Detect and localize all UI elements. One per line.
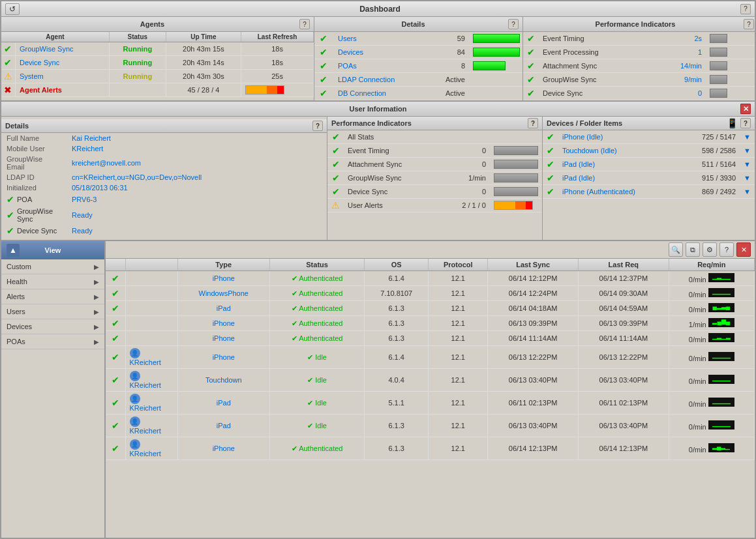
agent-status: Running [109,70,166,83]
check-icon: ✔ [527,88,535,98]
check-icon: ✔ [332,132,340,142]
device-os: 7.10.8107 [365,286,429,301]
agent-name-alerts[interactable]: Agent Alerts [20,86,62,94]
field-value[interactable]: PRV6-3 [72,196,97,203]
device-counts: 511 / 5164 [678,158,740,171]
user-avatar: 👤 KReichert [125,437,177,460]
table-row: ✔ GroupWise Sync 1/min [327,171,542,185]
user-info-title: User Information [16,105,740,113]
field-value[interactable]: kreichert@novell.com [72,159,141,167]
close-button[interactable]: ✕ [736,242,751,257]
device-counts: 725 / 5147 [678,130,740,144]
field-value: cn=KReichert,ou=NGD,ou=Dev,o=Novell [72,173,202,181]
table-row: ✔ Device Sync 0 [523,87,755,100]
detail-label[interactable]: DB Connection [338,89,386,97]
title-help-button[interactable]: ? [740,4,751,14]
user-avatar [125,301,177,316]
agents-help-button[interactable]: ? [299,19,310,29]
sidebar-item-label: Custom [7,263,31,270]
top-panels: Agents ? Agent Status Up Time Last Refre… [1,17,755,102]
agent-name[interactable]: System [20,72,44,80]
refresh-button[interactable]: ↺ [5,3,20,15]
detail-label[interactable]: Users [338,35,357,42]
field-label: Initialized [1,182,67,193]
sidebar-item-devices[interactable]: Devices ▶ [1,319,104,334]
table-row: ⚠ User Alerts 2 / 1 / 0 [327,199,542,212]
agents-panel-title: Agents [5,20,299,28]
device-status: ✔ Authenticated [292,334,343,342]
agents-col-agent: Agent [1,32,109,42]
table-row: ✔ 👤 KReichert iPad ✔ Idle 6.1.3 12.1 06/… [106,415,755,437]
table-row: ✔ iPhone (Authenticated) 869 / 2492 ▼ [543,185,755,199]
help-button[interactable]: ? [719,242,734,257]
device-status: ✔ Authenticated [292,274,343,282]
perf-bar [494,146,538,155]
alert-segment-orange [267,86,277,94]
device-label[interactable]: iPad (Idle) [562,174,595,182]
table-row: ✔ Device Sync Running 20h 43m 14s 18s [1,56,314,70]
check-icon: ✔ [547,132,554,142]
sidebar-item-custom[interactable]: Custom ▶ [1,259,104,274]
detail-label[interactable]: LDAP Connection [338,76,395,83]
table-row: ✖ Agent Alerts 45 / 28 / 4 [1,83,314,97]
check-icon: ✔ [320,74,327,85]
table-row: ✔ iPad (Idle) 915 / 3930 ▼ [543,171,755,185]
table-row: ✔ 👤 KReichert Touchdown ✔ Idle 4.0.4 12.… [106,369,755,392]
table-row: ✔ 👤 KReichert iPad ✔ Idle 5.1.1 12.1 06/… [106,392,755,415]
device-type: iPhone [177,316,270,331]
device-type: WindowsPhone [177,286,270,301]
check-icon: ✔ [112,352,119,362]
details-help-button[interactable]: ? [508,19,519,29]
search-button[interactable]: 🔍 [669,242,683,257]
expand-icon[interactable]: ▼ [744,147,751,154]
device-counts: 869 / 2492 [678,185,740,199]
perf-bar [710,75,727,84]
sidebar-item-health[interactable]: Health ▶ [1,274,104,289]
col-last-sync: Last Sync [488,259,579,271]
expand-icon[interactable]: ▼ [744,174,751,182]
table-row: ✔ Devices 84 [314,46,522,59]
chevron-right-icon: ▶ [94,308,99,315]
device-last-req: 06/13 03:40PM [579,369,669,392]
user-perf-help[interactable]: ? [528,118,538,128]
user-details-help[interactable]: ? [312,121,323,131]
sidebar-item-alerts[interactable]: Alerts ▶ [1,289,104,304]
expand-icon[interactable]: ▼ [744,133,751,141]
user-info-close-button[interactable]: ✕ [740,104,751,114]
device-label[interactable]: Touchdown (Idle) [562,147,617,154]
device-label[interactable]: iPhone (Idle) [562,133,603,141]
sidebar: ▲ View Custom ▶ Health ▶ Alerts ▶ [1,241,106,538]
device-protocol: 12.1 [429,369,488,392]
sidebar-item-poas[interactable]: POAs ▶ [1,334,104,349]
perf-value: 0 [440,185,490,199]
detail-label[interactable]: Devices [338,48,363,56]
check-icon: ✔ [547,186,554,197]
sidebar-item-users[interactable]: Users ▶ [1,304,104,319]
device-label[interactable]: iPad (Idle) [562,160,595,168]
check-icon: ✔ [332,159,340,169]
device-os: 6.1.4 [365,271,429,286]
field-label: Full Name [1,133,67,143]
nav-up-button[interactable]: ▲ [7,244,20,257]
field-value[interactable]: KReichert [72,145,103,153]
settings-button[interactable]: ⚙ [703,242,717,257]
device-protocol: 12.1 [429,331,488,346]
devices-help[interactable]: ? [740,118,751,128]
expand-icon[interactable]: ▼ [744,160,751,168]
sidebar-item-label: Devices [7,323,32,330]
alert-segment-orange [515,201,526,209]
user-details-sub-panel: Details ? Full Name Kai Reichert Mobile … [1,117,327,240]
device-protocol: 12.1 [429,346,488,369]
table-row: ✔ Touchdown (Idle) 598 / 2586 ▼ [543,144,755,158]
user-avatar [125,271,177,286]
device-label[interactable]: iPhone (Authenticated) [562,188,635,196]
table-row: Initialized 05/18/2013 06:31 [1,182,327,193]
copy-button[interactable]: ⧉ [686,242,700,257]
detail-label[interactable]: POAs [338,62,357,70]
user-info-body: Details ? Full Name Kai Reichert Mobile … [1,117,755,240]
expand-icon[interactable]: ▼ [744,188,751,196]
agent-name[interactable]: Device Sync [20,59,59,66]
alert-segment-red [526,201,532,209]
perf-help-button[interactable]: ? [744,19,754,29]
agent-name[interactable]: GroupWise Sync [20,45,74,53]
